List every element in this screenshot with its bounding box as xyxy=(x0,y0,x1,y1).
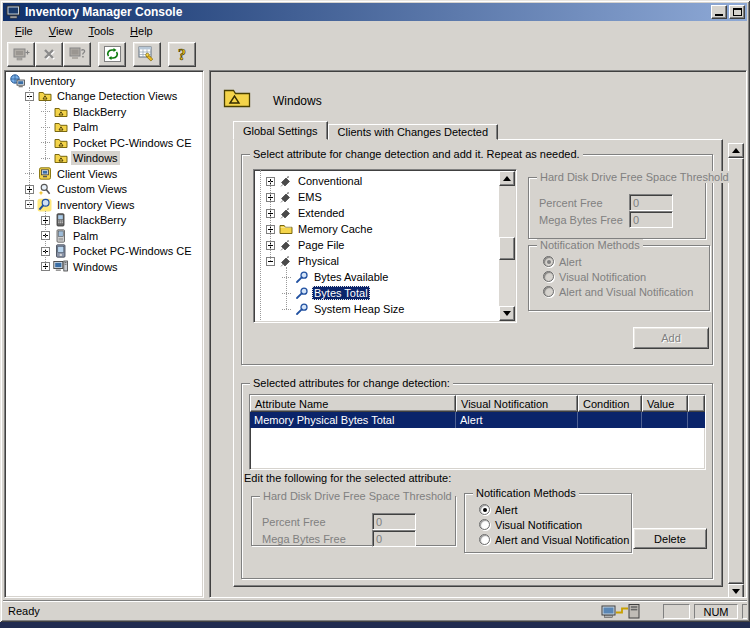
menu-view[interactable]: View xyxy=(41,23,81,39)
tree-label[interactable]: BlackBerry xyxy=(71,105,128,119)
tree-item-physical[interactable]: Physical xyxy=(254,253,516,269)
status-message: Ready xyxy=(8,605,40,617)
tree-item-conventional[interactable]: Conventional xyxy=(254,173,516,189)
column-header-attribute-name[interactable]: Attribute Name xyxy=(250,395,456,412)
tree-label[interactable]: Windows xyxy=(71,260,120,274)
tree-item-palm[interactable]: Palm xyxy=(5,120,203,136)
help-button[interactable]: ? xyxy=(168,42,196,67)
tree-label[interactable]: Memory Cache xyxy=(296,222,375,236)
navigation-tree-panel: InventoryChange Detection ViewsBlackBerr… xyxy=(4,70,204,598)
delete-button[interactable]: Delete xyxy=(633,528,707,549)
tree-label[interactable]: Extended xyxy=(296,206,346,220)
scrollbar-thumb[interactable] xyxy=(728,158,744,584)
radio-label-alert-and-visual-notification: Alert and Visual Notification xyxy=(559,286,693,298)
folder-delta-icon xyxy=(53,151,68,165)
inventory-views-icon xyxy=(37,198,52,212)
tree-item-palm[interactable]: Palm xyxy=(5,228,203,244)
tree-item-windows[interactable]: Windows xyxy=(5,151,203,167)
tree-label[interactable]: Custom Views xyxy=(55,182,129,196)
arrow-up-icon xyxy=(503,176,511,181)
column-header-condition[interactable]: Condition xyxy=(578,395,642,412)
tree-label[interactable]: Physical xyxy=(296,254,341,268)
scroll-up-button[interactable] xyxy=(499,171,515,186)
tree-item-extended[interactable]: Extended xyxy=(254,205,516,221)
panel-scrollbar[interactable] xyxy=(728,143,744,598)
memory-chip-icon xyxy=(278,206,293,220)
radio-alert-and-visual-notification xyxy=(543,286,554,297)
refresh-icon xyxy=(103,45,122,65)
tree-item-memory-cache[interactable]: Memory Cache xyxy=(254,221,516,237)
menu-help[interactable]: Help xyxy=(122,23,161,39)
tree-item-custom-views[interactable]: Custom Views xyxy=(5,182,203,198)
radio-visual-notification[interactable] xyxy=(479,519,490,530)
tree-label[interactable]: Pocket PC-Windows CE xyxy=(71,244,194,258)
tree-item-inventory[interactable]: Inventory xyxy=(5,73,203,89)
tree-label[interactable]: Bytes Available xyxy=(312,270,390,284)
windows-pc-icon xyxy=(53,260,68,274)
scroll-down-button[interactable] xyxy=(499,306,515,321)
tree-item-bytes-total[interactable]: Bytes Total xyxy=(254,285,516,301)
table-row-memory-physical-bytes-total[interactable]: Memory Physical Bytes TotalAlert xyxy=(250,412,705,428)
tree-item-client-views[interactable]: Client Views xyxy=(5,166,203,182)
tree-connector xyxy=(45,101,46,160)
tree-item-blackberry[interactable]: BlackBerry xyxy=(5,213,203,229)
tree-item-pocket-pc-windows-ce[interactable]: Pocket PC-Windows CE xyxy=(5,135,203,151)
column-header-value[interactable]: Value xyxy=(642,395,688,412)
tree-label[interactable]: Windows xyxy=(71,151,120,165)
tree-label[interactable]: Page File xyxy=(296,238,346,252)
scroll-up-button[interactable] xyxy=(728,143,744,158)
tree-item-pocket-pc-windows-ce[interactable]: Pocket PC-Windows CE xyxy=(5,244,203,260)
tree-label[interactable]: Palm xyxy=(71,120,100,134)
menu-file[interactable]: File xyxy=(7,23,41,39)
radio-visual-notification xyxy=(543,271,554,282)
attribute-tree-control: ConventionalEMSExtendedMemory CachePage … xyxy=(253,169,517,323)
tree-label[interactable]: System Heap Size xyxy=(312,302,406,316)
tree-item-change-detection-views[interactable]: Change Detection Views xyxy=(5,89,203,105)
maximize-button[interactable] xyxy=(729,5,745,19)
tree-label[interactable]: Pocket PC-Windows CE xyxy=(71,136,194,150)
tree-item-ems[interactable]: EMS xyxy=(254,189,516,205)
group-title: Hard Disk Drive Free Space Threshold xyxy=(260,490,455,502)
radio-alert[interactable] xyxy=(479,504,490,515)
menu-tools[interactable]: Tools xyxy=(80,23,122,39)
tree-label[interactable]: Change Detection Views xyxy=(55,89,179,103)
tree-label[interactable]: Inventory Views xyxy=(55,198,136,212)
delete-icon xyxy=(41,46,57,64)
app-icon xyxy=(6,5,21,20)
minimize-button[interactable] xyxy=(711,5,727,19)
tree-item-bytes-available[interactable]: Bytes Available xyxy=(254,269,516,285)
tree-item-blackberry[interactable]: BlackBerry xyxy=(5,104,203,120)
pocketpc-icon xyxy=(53,244,68,258)
folder-delta-icon xyxy=(53,105,68,119)
client-views-icon xyxy=(37,167,52,181)
tree-label[interactable]: Conventional xyxy=(296,174,364,188)
attribute-magnifier-icon xyxy=(294,286,309,300)
tree-item-system-heap-size[interactable]: System Heap Size xyxy=(254,301,516,317)
views-tool-button[interactable] xyxy=(133,42,161,67)
tab-global-settings[interactable]: Global Settings xyxy=(233,121,328,140)
tree-label[interactable]: EMS xyxy=(296,190,324,204)
status-panel xyxy=(742,604,747,619)
tree-item-windows[interactable]: Windows xyxy=(5,259,203,275)
tree-item-page-file[interactable]: Page File xyxy=(254,237,516,253)
attribute-tree: ConventionalEMSExtendedMemory CachePage … xyxy=(254,170,516,317)
help-icon: ? xyxy=(175,45,189,65)
tree-item-inventory-views[interactable]: Inventory Views xyxy=(5,197,203,213)
scroll-down-button[interactable] xyxy=(728,584,744,598)
tree-label[interactable]: Bytes Total xyxy=(312,286,370,300)
radio-alert-and-visual-notification[interactable] xyxy=(479,534,490,545)
attribute-tree-scrollbar[interactable] xyxy=(499,171,515,321)
refresh-button[interactable] xyxy=(98,42,126,67)
tree-label[interactable]: Inventory xyxy=(28,74,77,88)
column-header-visual-notification[interactable]: Visual Notification xyxy=(456,395,578,412)
radio-label-visual-notification: Visual Notification xyxy=(495,519,582,531)
network-status-icon xyxy=(601,603,649,619)
tab-clients-with-changes-detected[interactable]: Clients with Changes Detected xyxy=(328,124,498,140)
tree-label[interactable]: Palm xyxy=(71,229,100,243)
radio-label-alert: Alert xyxy=(495,504,518,516)
tree-label[interactable]: BlackBerry xyxy=(71,213,128,227)
scrollbar-thumb[interactable] xyxy=(499,237,515,260)
tree-label[interactable]: Client Views xyxy=(55,167,119,181)
field-label-mega-bytes-free: Mega Bytes Free xyxy=(262,533,346,545)
add-button[interactable]: Add xyxy=(633,327,709,349)
